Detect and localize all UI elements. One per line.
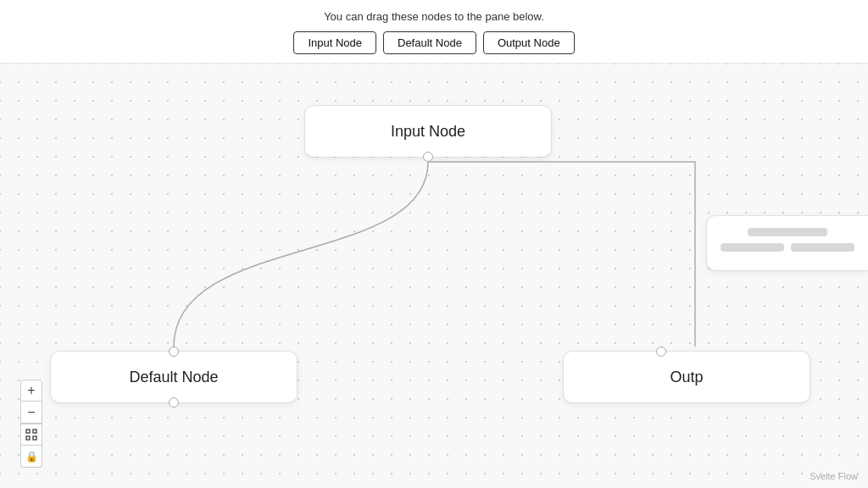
panel-line-3 bbox=[791, 243, 854, 252]
panel-line-2 bbox=[721, 243, 784, 252]
branding: Svelte Flow bbox=[810, 471, 858, 481]
default-node-handle-top[interactable] bbox=[169, 347, 179, 357]
svg-rect-3 bbox=[33, 436, 36, 440]
output-node-label: Outp bbox=[670, 369, 703, 386]
input-node[interactable]: Input Node bbox=[305, 106, 551, 157]
panel-line-1 bbox=[748, 228, 828, 236]
zoom-out-button[interactable]: − bbox=[20, 402, 42, 424]
output-node-button[interactable]: Output Node bbox=[483, 31, 575, 54]
output-node[interactable]: Outp bbox=[564, 352, 810, 402]
lock-button[interactable]: 🔒 bbox=[20, 446, 42, 468]
controls: + − 🔒 bbox=[20, 380, 42, 468]
toolbar-buttons: Input Node Default Node Output Node bbox=[293, 31, 574, 54]
input-node-label: Input Node bbox=[391, 123, 465, 141]
svg-rect-0 bbox=[26, 430, 30, 433]
output-node-handle-top[interactable] bbox=[656, 347, 666, 357]
input-node-handle-bottom[interactable] bbox=[423, 152, 433, 162]
default-node-handle-bottom[interactable] bbox=[169, 397, 179, 408]
input-node-button[interactable]: Input Node bbox=[293, 31, 376, 54]
panel-line-row bbox=[721, 243, 854, 258]
svg-rect-2 bbox=[26, 436, 30, 440]
zoom-in-button[interactable]: + bbox=[20, 380, 42, 402]
default-node-button[interactable]: Default Node bbox=[383, 31, 476, 54]
default-node-label: Default Node bbox=[129, 369, 218, 386]
output-panel bbox=[707, 216, 868, 270]
toolbar: You can drag these nodes to the pane bel… bbox=[0, 0, 868, 64]
default-node[interactable]: Default Node bbox=[51, 352, 297, 402]
toolbar-hint: You can drag these nodes to the pane bel… bbox=[324, 10, 544, 23]
fit-view-button[interactable] bbox=[20, 424, 42, 446]
flow-pane[interactable]: Input Node Default Node Outp + − bbox=[0, 64, 868, 488]
svg-rect-1 bbox=[33, 430, 36, 433]
